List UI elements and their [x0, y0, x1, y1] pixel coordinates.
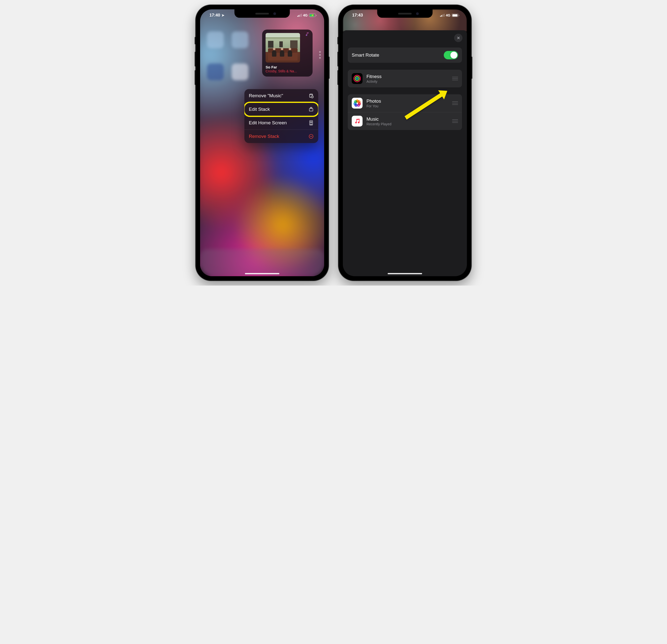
stack-item-fitness[interactable]: Fitness Activity: [348, 70, 462, 87]
music-app-icon: [305, 32, 310, 37]
homescreen-icon: [308, 120, 314, 126]
remove-widget-icon: [308, 93, 314, 98]
svg-rect-2: [309, 109, 313, 111]
svg-point-4: [310, 122, 311, 122]
menu-edit-home[interactable]: Edit Home Screen: [244, 116, 318, 130]
home-indicator[interactable]: [388, 273, 422, 274]
album-art: [265, 33, 300, 63]
battery-icon: ⚡: [309, 14, 316, 17]
menu-edit-stack[interactable]: Edit Stack: [244, 103, 318, 116]
item-sub: For You: [367, 104, 448, 108]
smart-rotate-group: Smart Rotate: [348, 48, 462, 63]
drag-handle-icon[interactable]: [452, 119, 458, 123]
stack-item-music[interactable]: Music Recently Played: [348, 112, 462, 130]
svg-rect-10: [310, 124, 312, 125]
home-indicator[interactable]: [245, 273, 279, 274]
music-icon: [352, 116, 362, 127]
menu-label: Edit Stack: [249, 107, 270, 112]
edit-stack-sheet: ✕ Smart Rotate Fitness Activity: [343, 30, 467, 276]
item-sub: Activity: [367, 80, 448, 83]
smart-rotate-row[interactable]: Smart Rotate: [348, 48, 462, 63]
minus-circle-icon: [308, 134, 314, 139]
notch: [234, 9, 290, 18]
phone-right: 17:43 4G ✕ Smart Rotate: [338, 5, 471, 280]
phone-left: 17:40 ➤ 4G ⚡ So Far Crosby, Stills & Na.…: [196, 5, 329, 280]
location-icon: ➤: [222, 13, 225, 17]
signal-icon: [297, 14, 302, 17]
item-name: Fitness: [367, 74, 448, 79]
track-title: So Far: [265, 65, 309, 69]
menu-remove-stack[interactable]: Remove Stack: [244, 130, 318, 143]
stack-page-dots: [319, 51, 321, 59]
close-icon: ✕: [457, 36, 460, 41]
drag-handle-icon[interactable]: [452, 77, 458, 80]
menu-label: Remove "Music": [249, 93, 283, 98]
svg-point-9: [312, 122, 312, 123]
menu-remove-music[interactable]: Remove "Music": [244, 89, 318, 103]
battery-icon: [452, 14, 458, 17]
drag-handle-icon[interactable]: [452, 101, 458, 105]
signal-icon: [440, 14, 445, 17]
network-label: 4G: [303, 13, 308, 17]
status-time: 17:40: [209, 13, 220, 18]
smart-rotate-label: Smart Rotate: [352, 52, 440, 58]
smart-rotate-switch[interactable]: [444, 51, 458, 59]
svg-point-5: [311, 122, 311, 122]
track-artist: Crosby, Stills & Na...: [265, 69, 307, 73]
notch: [377, 9, 433, 18]
menu-label: Edit Home Screen: [249, 120, 287, 126]
item-sub: Recently Played: [367, 122, 448, 126]
photos-icon: [352, 98, 362, 109]
status-time: 17:43: [352, 13, 363, 18]
fitness-icon: [352, 73, 362, 84]
svg-point-6: [312, 122, 312, 122]
svg-point-7: [310, 122, 311, 123]
svg-point-8: [311, 122, 311, 123]
stack-icon: [308, 107, 314, 112]
close-button[interactable]: ✕: [454, 34, 462, 42]
menu-label: Remove Stack: [249, 134, 279, 139]
music-widget[interactable]: So Far Crosby, Stills & Na...: [262, 30, 313, 77]
photos-music-group: Photos For You Music Recently Played: [348, 94, 462, 130]
context-menu: Remove "Music" Edit Stack Edit Home Scre…: [244, 89, 318, 143]
fitness-group: Fitness Activity: [348, 70, 462, 87]
network-label: 4G: [446, 13, 451, 17]
